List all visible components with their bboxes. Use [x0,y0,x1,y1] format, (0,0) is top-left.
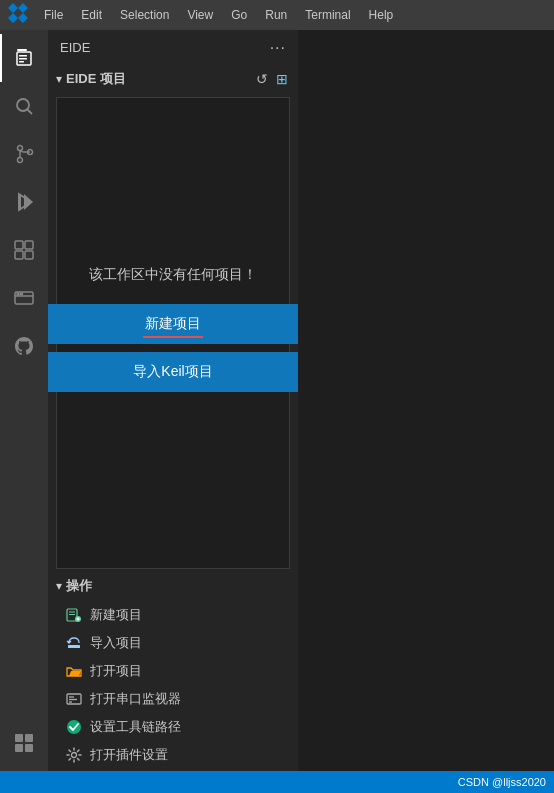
import-keil-button[interactable]: 导入Keil项目 [48,352,298,392]
activity-remote-icon[interactable] [0,274,48,322]
svg-point-7 [18,146,23,151]
op-serial-monitor[interactable]: 打开串口监视器 [48,685,298,713]
op-plugin-settings[interactable]: 打开插件设置 [48,741,298,769]
svg-rect-23 [15,744,23,752]
main-layout: EIDE ··· ▾ EIDE 项目 ↺ ⊞ 该工作区中没有任何项目！ 新建项目… [0,30,554,771]
tool-path-op-icon [64,717,84,737]
svg-line-6 [28,110,33,115]
serial-monitor-op-icon [64,689,84,709]
svg-rect-21 [15,734,23,742]
svg-rect-16 [25,251,33,259]
content-area [298,30,554,771]
activity-run-icon[interactable] [0,178,48,226]
activity-search-icon[interactable] [0,82,48,130]
eide-section-title: EIDE 项目 [66,70,126,88]
operations-title: 操作 [66,577,92,595]
menu-terminal[interactable]: Terminal [297,6,358,24]
svg-rect-4 [19,61,24,63]
svg-point-20 [21,293,23,295]
menu-bar: File Edit Selection View Go Run Terminal… [36,6,401,24]
vscode-logo-icon [8,3,28,27]
new-project-button[interactable]: 新建项目 [48,304,298,344]
eide-tab-label: EIDE [60,40,90,55]
op-plugin-settings-label: 打开插件设置 [90,746,168,764]
operations-chevron-icon: ▾ [56,579,62,593]
eide-tab-row: EIDE ··· [48,30,298,65]
menu-edit[interactable]: Edit [73,6,110,24]
svg-rect-31 [68,645,80,648]
op-tool-path[interactable]: 设置工具链路径 [48,713,298,741]
svg-point-36 [67,720,81,734]
import-proj-op-icon [64,633,84,653]
menu-run[interactable]: Run [257,6,295,24]
svg-rect-3 [19,58,27,60]
svg-rect-22 [25,734,33,742]
eide-tab-more-button[interactable]: ··· [270,39,286,57]
op-new-project-label: 新建项目 [90,606,142,624]
svg-rect-14 [25,241,33,249]
section-action-buttons: ↺ ⊞ [254,69,290,89]
op-import-project[interactable]: 导入项目 [48,629,298,657]
activity-github-icon[interactable] [0,322,48,370]
op-open-project-label: 打开项目 [90,662,142,680]
sidebar: EIDE ··· ▾ EIDE 项目 ↺ ⊞ 该工作区中没有任何项目！ 新建项目… [48,30,298,771]
activity-bar [0,30,48,771]
svg-rect-11 [18,194,21,210]
menu-view[interactable]: View [179,6,221,24]
operations-list: 新建项目 导入项目 [48,599,298,771]
svg-point-5 [17,99,29,111]
menu-go[interactable]: Go [223,6,255,24]
eide-section-header[interactable]: ▾ EIDE 项目 ↺ ⊞ [48,65,298,93]
operations-section-header[interactable]: ▾ 操作 [48,573,298,599]
op-import-project-label: 导入项目 [90,634,142,652]
op-serial-monitor-label: 打开串口监视器 [90,690,181,708]
svg-point-19 [17,293,19,295]
activity-extensions-icon[interactable] [0,226,48,274]
svg-marker-12 [24,194,33,210]
statusbar-right-text: CSDN @lljss2020 [458,776,546,788]
activity-files-icon[interactable] [0,34,48,82]
svg-rect-24 [25,744,33,752]
add-to-workspace-icon[interactable]: ⊞ [274,69,290,89]
svg-rect-15 [15,251,23,259]
op-tool-path-label: 设置工具链路径 [90,718,181,736]
statusbar: CSDN @lljss2020 [0,771,554,793]
menu-file[interactable]: File [36,6,71,24]
svg-rect-0 [17,49,27,51]
eide-project-panel: 该工作区中没有任何项目！ 新建项目 导入Keil项目 [56,97,290,569]
operations-section: ▾ 操作 新建项目 [48,573,298,771]
open-proj-op-icon [64,661,84,681]
refresh-icon[interactable]: ↺ [254,69,270,89]
svg-point-8 [18,158,23,163]
svg-rect-2 [19,55,27,57]
menu-help[interactable]: Help [361,6,402,24]
activity-eide-icon[interactable] [0,719,48,767]
red-underline-decoration [143,336,203,338]
op-open-project[interactable]: 打开项目 [48,657,298,685]
svg-rect-13 [15,241,23,249]
empty-workspace-message: 该工作区中没有任何项目！ [89,266,257,284]
activity-source-control-icon[interactable] [0,130,48,178]
new-proj-op-icon [64,605,84,625]
plugin-settings-op-icon [64,745,84,765]
menu-selection[interactable]: Selection [112,6,177,24]
op-new-project[interactable]: 新建项目 [48,601,298,629]
titlebar: File Edit Selection View Go Run Terminal… [0,0,554,30]
activity-bar-bottom [0,719,48,767]
section-chevron-icon: ▾ [56,72,62,86]
svg-point-37 [72,753,77,758]
